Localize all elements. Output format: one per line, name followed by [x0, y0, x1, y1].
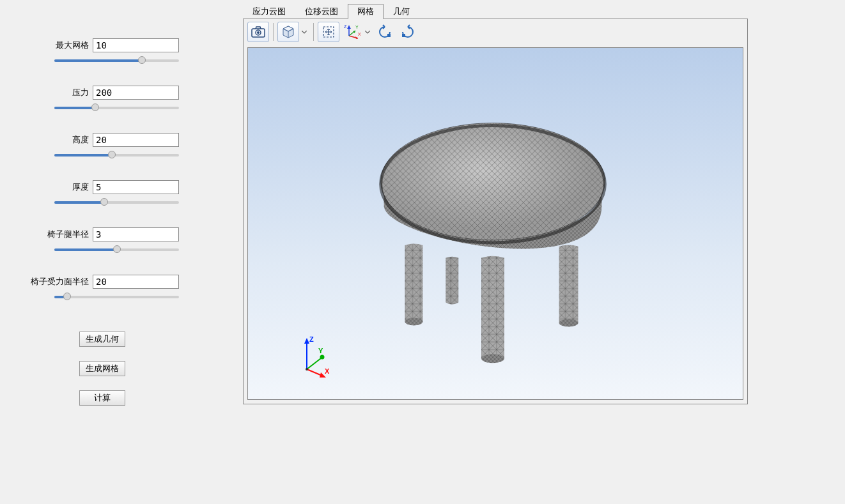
label-pressure: 压力	[72, 87, 89, 98]
slider-height[interactable]	[54, 149, 179, 161]
label-thickness: 厚度	[72, 181, 89, 193]
input-max-mesh[interactable]	[93, 38, 179, 52]
label-leg-radius: 椅子腿半径	[47, 229, 89, 240]
tab-geometry[interactable]: 几何	[384, 4, 419, 19]
svg-line-24	[307, 358, 321, 369]
svg-rect-10	[387, 34, 391, 37]
view-cube-button[interactable]	[277, 22, 299, 42]
svg-point-15	[559, 319, 578, 326]
slider-max-mesh[interactable]	[54, 55, 179, 66]
fit-view-button[interactable]	[318, 22, 339, 42]
main-area: 应力云图 位移云图 网格 几何	[243, 0, 845, 504]
param-row-surface-radius: 椅子受力面半径	[13, 275, 230, 289]
param-row-height: 高度	[13, 133, 230, 147]
tab-stress[interactable]: 应力云图	[243, 4, 295, 19]
generate-geometry-button[interactable]: 生成几何	[79, 332, 125, 347]
sidebar: 最大网格 压力 高度	[0, 0, 243, 504]
rotate-ccw-button[interactable]	[374, 22, 396, 42]
input-surface-radius[interactable]	[93, 275, 179, 289]
input-leg-radius[interactable]	[93, 227, 179, 241]
param-row-max-mesh: 最大网格	[13, 38, 230, 52]
calculate-button[interactable]: 计算	[79, 390, 125, 406]
camera-icon	[251, 26, 265, 38]
input-thickness[interactable]	[93, 180, 179, 194]
viewport-3d[interactable]: Z Y X	[247, 47, 743, 400]
svg-point-2	[257, 31, 260, 34]
svg-point-25	[320, 355, 325, 360]
param-row-leg-radius: 椅子腿半径	[13, 227, 230, 241]
slider-pressure[interactable]	[54, 102, 179, 114]
slider-leg-radius[interactable]	[54, 244, 179, 256]
svg-point-17	[481, 354, 504, 363]
rotate-cw-button[interactable]	[397, 22, 419, 42]
label-surface-radius: 椅子受力面半径	[31, 276, 89, 287]
svg-text:X: X	[358, 32, 360, 36]
slider-thickness[interactable]	[54, 197, 179, 208]
svg-text:Y: Y	[355, 25, 359, 29]
svg-text:Z: Z	[309, 335, 314, 343]
svg-point-13	[405, 317, 423, 325]
slider-surface-radius[interactable]	[54, 291, 179, 303]
tab-mesh[interactable]: 网格	[348, 4, 384, 19]
label-max-mesh: 最大网格	[56, 40, 89, 51]
param-row-pressure: 压力	[13, 86, 230, 100]
chevron-down-icon	[302, 31, 307, 34]
tab-bar: 应力云图 位移云图 网格 几何	[243, 5, 845, 19]
svg-point-29	[306, 368, 308, 370]
svg-text:X: X	[325, 367, 330, 375]
axis-orientation-button[interactable]: X Y Z	[341, 22, 362, 42]
screenshot-button[interactable]	[247, 22, 269, 42]
label-height: 高度	[72, 134, 89, 146]
param-row-thickness: 厚度	[13, 180, 230, 194]
chevron-down-icon	[365, 31, 370, 34]
svg-rect-11	[402, 34, 405, 37]
generate-mesh-button[interactable]: 生成网格	[79, 361, 125, 376]
rotate-ccw-icon	[376, 24, 393, 40]
input-height[interactable]	[93, 133, 179, 147]
axis-orientation-dropdown[interactable]	[362, 22, 373, 42]
axis-triad: Z Y X	[294, 334, 332, 372]
fit-icon	[322, 25, 336, 39]
input-pressure[interactable]	[93, 86, 179, 100]
svg-text:Z: Z	[344, 24, 347, 29]
cube-icon	[281, 25, 295, 39]
view-cube-dropdown[interactable]	[299, 22, 309, 42]
tab-displacement[interactable]: 位移云图	[295, 4, 348, 19]
viewer-toolbar: X Y Z	[244, 19, 747, 45]
rotate-cw-icon	[399, 24, 416, 40]
axis-orientation-icon: X Y Z	[343, 23, 360, 41]
svg-text:Y: Y	[318, 347, 323, 355]
viewer-frame: X Y Z	[243, 19, 748, 404]
